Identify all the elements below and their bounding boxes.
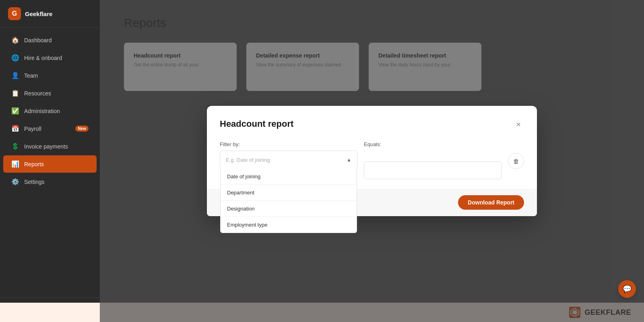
- sidebar-item-label: Hire & onboard: [24, 55, 62, 61]
- filter-by-group: Filter by: E.g. Date of joining ▲ Date o…: [220, 141, 357, 169]
- sidebar-item-settings[interactable]: ⚙️ Settings: [3, 173, 97, 190]
- sidebar-item-reports[interactable]: 📊 Reports: [3, 155, 97, 173]
- trash-icon: 🗑: [513, 158, 519, 165]
- download-report-button[interactable]: Download Report: [458, 195, 524, 210]
- sidebar-item-resources[interactable]: 📋 Resources: [3, 85, 97, 102]
- sidebar-item-payroll[interactable]: 📅 Payroll New: [3, 120, 97, 137]
- chat-icon: 💬: [623, 285, 632, 293]
- sidebar: G Geekflare 🏠 Dashboard 🌐 Hire & onboard…: [0, 0, 100, 322]
- chat-button[interactable]: 💬: [618, 280, 636, 298]
- filter-select-display[interactable]: E.g. Date of joining ▲: [220, 151, 357, 169]
- sidebar-item-label: Settings: [24, 179, 45, 185]
- filter-equals-group: Equals:: [364, 141, 502, 179]
- sidebar-item-label: Administration: [24, 108, 60, 114]
- new-badge: New: [75, 126, 89, 132]
- dropdown-option[interactable]: Date of joining: [221, 169, 357, 185]
- sidebar-header: G Geekflare: [0, 0, 100, 28]
- invoice-payments-icon: 💲: [11, 142, 19, 150]
- dropdown-option[interactable]: Designation: [221, 201, 357, 217]
- modal-title: Headcount report: [220, 119, 293, 129]
- app-logo-icon: G: [8, 7, 21, 20]
- sidebar-item-team[interactable]: 👤 Team: [3, 67, 97, 84]
- filter-by-label: Filter by:: [220, 141, 357, 147]
- reports-icon: 📊: [11, 160, 19, 168]
- hire-onboard-icon: 🌐: [11, 54, 19, 62]
- dropdown-option[interactable]: Employment type: [221, 217, 357, 233]
- headcount-report-modal: Headcount report × Filter by: E.g. Date …: [207, 106, 537, 216]
- sidebar-item-label: Invoice payments: [24, 143, 68, 150]
- modal-header: Headcount report ×: [220, 119, 524, 130]
- sidebar-nav: 🏠 Dashboard 🌐 Hire & onboard 👤 Team 📋 Re…: [0, 28, 100, 297]
- sidebar-item-invoice-payments[interactable]: 💲 Invoice payments: [3, 138, 97, 155]
- sidebar-item-hire-onboard[interactable]: 🌐 Hire & onboard: [3, 49, 97, 66]
- delete-filter-button[interactable]: 🗑: [508, 153, 524, 169]
- modal-overlay: Headcount report × Filter by: E.g. Date …: [100, 0, 644, 322]
- dropdown-list: Date of joiningDepartmentDesignationEmpl…: [220, 169, 357, 233]
- close-button[interactable]: ×: [513, 119, 524, 130]
- filter-placeholder: E.g. Date of joining: [226, 157, 270, 163]
- settings-icon: ⚙️: [11, 178, 19, 186]
- sidebar-item-label: Team: [24, 72, 38, 79]
- filter-row: Filter by: E.g. Date of joining ▲ Date o…: [220, 141, 524, 179]
- sidebar-item-dashboard[interactable]: 🏠 Dashboard: [3, 31, 97, 49]
- administration-icon: ✅: [11, 107, 19, 115]
- modal-body: Filter by: E.g. Date of joining ▲ Date o…: [220, 141, 524, 179]
- filter-select-wrapper: E.g. Date of joining ▲ Date of joiningDe…: [220, 151, 357, 169]
- sidebar-item-label: Dashboard: [24, 37, 52, 43]
- equals-input[interactable]: [364, 161, 502, 179]
- sidebar-item-label: Resources: [24, 90, 51, 97]
- equals-label: Equals:: [364, 141, 502, 147]
- resources-icon: 📋: [11, 89, 19, 97]
- dropdown-option[interactable]: Department: [221, 185, 357, 201]
- sidebar-item-label: Payroll: [24, 126, 41, 132]
- main-content: Reports Headcount report Get the entire …: [100, 0, 644, 322]
- sidebar-item-label: Reports: [24, 161, 44, 167]
- app-brand-label: Geekflare: [25, 10, 52, 17]
- team-icon: 👤: [11, 72, 19, 79]
- chevron-up-icon: ▲: [347, 157, 351, 163]
- dashboard-icon: 🏠: [11, 36, 19, 44]
- sidebar-item-administration[interactable]: ✅ Administration: [3, 102, 97, 120]
- payroll-icon: 📅: [11, 125, 19, 132]
